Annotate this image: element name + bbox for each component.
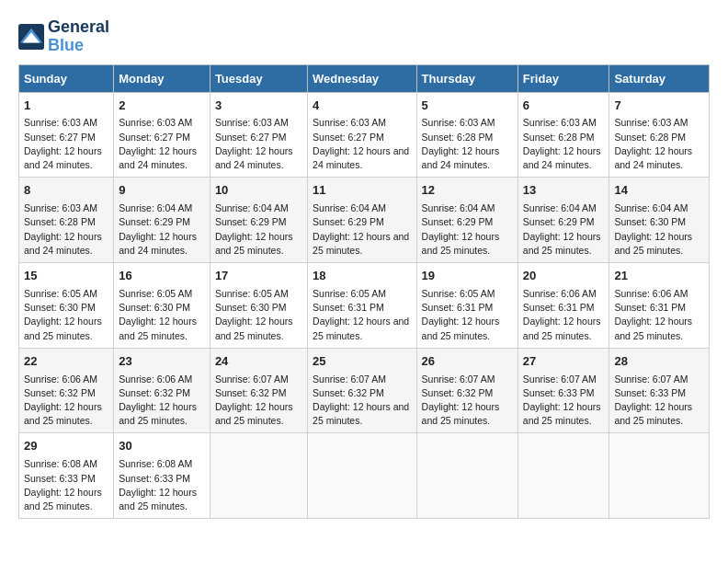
day-number: 18 (313, 268, 411, 285)
day-info: Sunset: 6:31 PM (523, 301, 605, 315)
day-number: 7 (614, 98, 704, 115)
calendar-cell: 22Sunrise: 6:06 AMSunset: 6:32 PMDayligh… (19, 348, 114, 433)
day-info: Daylight: 12 hours and 25 minutes. (215, 315, 302, 342)
day-info: Daylight: 12 hours and 25 minutes. (119, 486, 205, 513)
day-info: Sunset: 6:27 PM (24, 131, 108, 144)
day-number: 25 (313, 353, 411, 371)
day-info: Sunrise: 6:05 AM (119, 287, 205, 301)
day-header-tuesday: Tuesday (210, 64, 307, 92)
calendar-cell: 23Sunrise: 6:06 AMSunset: 6:32 PMDayligh… (114, 348, 210, 433)
day-info: Sunset: 6:29 PM (422, 215, 513, 229)
day-info: Sunrise: 6:07 AM (313, 373, 411, 386)
day-number: 21 (614, 268, 704, 285)
day-info: Sunrise: 6:05 AM (24, 287, 108, 301)
day-info: Sunrise: 6:04 AM (523, 201, 605, 215)
day-info: Sunset: 6:28 PM (422, 131, 513, 144)
day-number: 12 (422, 182, 513, 200)
calendar-cell: 19Sunrise: 6:05 AMSunset: 6:31 PMDayligh… (416, 263, 518, 349)
day-info: Sunset: 6:28 PM (24, 215, 108, 229)
calendar-cell: 7Sunrise: 6:03 AMSunset: 6:28 PMDaylight… (609, 92, 710, 178)
day-number: 27 (523, 353, 605, 371)
day-info: Sunset: 6:32 PM (215, 386, 302, 400)
week-row-2: 8Sunrise: 6:03 AMSunset: 6:28 PMDaylight… (19, 178, 710, 263)
day-info: Sunrise: 6:03 AM (215, 116, 302, 130)
day-info: Sunrise: 6:07 AM (523, 373, 605, 386)
day-info: Daylight: 12 hours and 24 minutes. (24, 230, 108, 258)
calendar-cell (518, 433, 609, 519)
calendar-table: SundayMondayTuesdayWednesdayThursdayFrid… (18, 64, 710, 520)
day-number: 24 (215, 353, 302, 371)
day-info: Sunrise: 6:07 AM (614, 373, 704, 386)
calendar-cell: 10Sunrise: 6:04 AMSunset: 6:29 PMDayligh… (210, 178, 307, 263)
day-header-saturday: Saturday (609, 64, 710, 92)
day-info: Daylight: 12 hours and 25 minutes. (24, 315, 108, 342)
day-number: 22 (24, 353, 108, 371)
calendar-cell: 13Sunrise: 6:04 AMSunset: 6:29 PMDayligh… (518, 178, 609, 263)
day-info: Daylight: 12 hours and 25 minutes. (523, 400, 605, 428)
day-header-wednesday: Wednesday (308, 64, 416, 92)
day-info: Sunset: 6:33 PM (614, 386, 704, 400)
day-number: 23 (119, 353, 205, 371)
page-header: GeneralBlue (18, 18, 710, 55)
day-info: Sunset: 6:31 PM (422, 301, 513, 315)
day-info: Daylight: 12 hours and 25 minutes. (215, 400, 302, 428)
day-info: Sunrise: 6:07 AM (215, 373, 302, 386)
calendar-cell: 25Sunrise: 6:07 AMSunset: 6:32 PMDayligh… (308, 348, 416, 433)
day-info: Daylight: 12 hours and 24 minutes. (523, 144, 605, 172)
day-info: Sunset: 6:30 PM (614, 215, 704, 229)
day-info: Sunrise: 6:06 AM (119, 373, 205, 386)
calendar-cell: 27Sunrise: 6:07 AMSunset: 6:33 PMDayligh… (518, 348, 609, 433)
day-info: Sunset: 6:31 PM (614, 301, 704, 315)
calendar-cell: 18Sunrise: 6:05 AMSunset: 6:31 PMDayligh… (308, 263, 416, 349)
day-number: 15 (24, 268, 108, 285)
week-row-4: 22Sunrise: 6:06 AMSunset: 6:32 PMDayligh… (19, 348, 710, 433)
week-row-1: 1Sunrise: 6:03 AMSunset: 6:27 PMDaylight… (19, 92, 710, 178)
calendar-cell: 28Sunrise: 6:07 AMSunset: 6:33 PMDayligh… (609, 348, 710, 433)
day-info: Sunrise: 6:04 AM (119, 201, 205, 215)
calendar-cell: 29Sunrise: 6:08 AMSunset: 6:33 PMDayligh… (19, 433, 114, 519)
day-header-monday: Monday (114, 64, 210, 92)
calendar-cell: 12Sunrise: 6:04 AMSunset: 6:29 PMDayligh… (416, 178, 518, 263)
day-number: 28 (614, 353, 704, 371)
day-info: Daylight: 12 hours and 24 minutes. (215, 144, 302, 172)
day-info: Daylight: 12 hours and 25 minutes. (119, 315, 205, 342)
week-row-5: 29Sunrise: 6:08 AMSunset: 6:33 PMDayligh… (19, 433, 710, 519)
calendar-cell: 24Sunrise: 6:07 AMSunset: 6:32 PMDayligh… (210, 348, 307, 433)
day-info: Sunset: 6:28 PM (614, 131, 704, 144)
day-info: Daylight: 12 hours and 25 minutes. (24, 486, 108, 513)
day-info: Daylight: 12 hours and 24 minutes. (614, 144, 704, 172)
day-info: Daylight: 12 hours and 25 minutes. (24, 400, 108, 428)
day-info: Sunrise: 6:04 AM (422, 201, 513, 215)
day-info: Sunrise: 6:03 AM (119, 116, 205, 130)
calendar-cell: 1Sunrise: 6:03 AMSunset: 6:27 PMDaylight… (19, 92, 114, 178)
day-info: Sunset: 6:30 PM (119, 301, 205, 315)
calendar-cell (609, 433, 710, 519)
day-info: Sunset: 6:27 PM (313, 131, 411, 144)
day-header-friday: Friday (518, 64, 609, 92)
calendar-header-row: SundayMondayTuesdayWednesdayThursdayFrid… (19, 64, 710, 92)
day-number: 26 (422, 353, 513, 371)
day-info: Sunset: 6:33 PM (24, 472, 108, 486)
day-info: Sunset: 6:32 PM (422, 386, 513, 400)
day-info: Sunset: 6:33 PM (119, 472, 205, 486)
day-number: 20 (523, 268, 605, 285)
calendar-cell: 3Sunrise: 6:03 AMSunset: 6:27 PMDaylight… (210, 92, 307, 178)
day-info: Sunset: 6:27 PM (215, 131, 302, 144)
day-info: Sunset: 6:31 PM (313, 301, 411, 315)
day-info: Sunset: 6:29 PM (313, 215, 411, 229)
day-info: Daylight: 12 hours and 25 minutes. (614, 230, 704, 258)
day-number: 14 (614, 182, 704, 200)
day-info: Daylight: 12 hours and 25 minutes. (313, 315, 411, 342)
day-info: Sunrise: 6:04 AM (215, 201, 302, 215)
day-info: Sunrise: 6:06 AM (523, 287, 605, 301)
day-info: Daylight: 12 hours and 25 minutes. (523, 230, 605, 258)
calendar-cell: 9Sunrise: 6:04 AMSunset: 6:29 PMDaylight… (114, 178, 210, 263)
day-number: 8 (24, 182, 108, 200)
day-info: Daylight: 12 hours and 24 minutes. (24, 144, 108, 172)
calendar-cell: 4Sunrise: 6:03 AMSunset: 6:27 PMDaylight… (308, 92, 416, 178)
calendar-cell: 17Sunrise: 6:05 AMSunset: 6:30 PMDayligh… (210, 263, 307, 349)
day-info: Sunset: 6:28 PM (523, 131, 605, 144)
day-info: Daylight: 12 hours and 25 minutes. (422, 400, 513, 428)
day-number: 29 (24, 438, 108, 455)
day-info: Sunrise: 6:05 AM (215, 287, 302, 301)
